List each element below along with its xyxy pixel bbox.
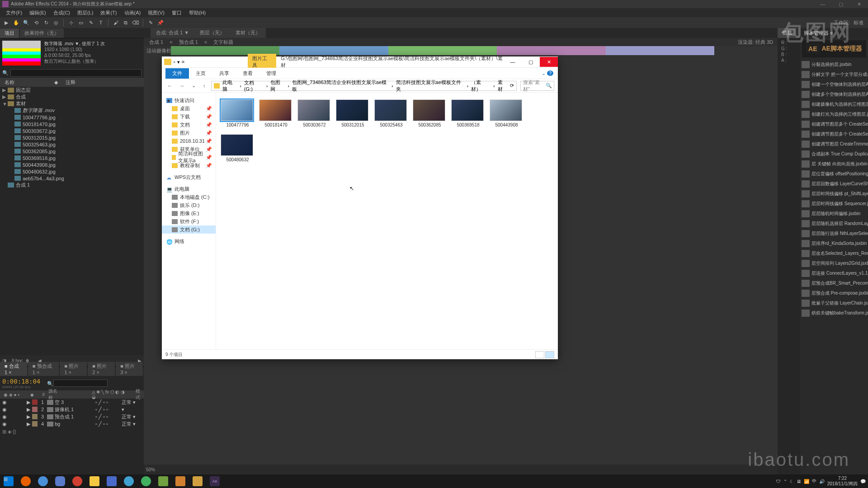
script-item[interactable]: 层层时间线偏移 Sequencer.jsxb bbox=[800, 199, 868, 209]
script-item[interactable]: 层层随机时间偏移.jsxbin bbox=[800, 209, 868, 219]
close-button[interactable]: ✕ bbox=[850, 0, 868, 8]
explorer-search[interactable]: 搜索"素材" 🔍 bbox=[520, 81, 554, 91]
menu-edit[interactable]: 编辑(E) bbox=[26, 9, 50, 16]
tb-app[interactable] bbox=[69, 474, 86, 488]
project-search-input[interactable] bbox=[10, 69, 142, 77]
crumb[interactable]: 素材 bbox=[498, 79, 507, 93]
taskbar-clock[interactable]: 7:22 2018/11/1/周四 bbox=[827, 476, 858, 487]
sidebar-drive[interactable]: 本地磁盘 (C:) bbox=[162, 193, 216, 201]
col-comment[interactable]: 注释 bbox=[63, 79, 144, 86]
tray-volume-icon[interactable]: 🔊 bbox=[819, 479, 825, 484]
script-item[interactable]: 层层回数偏移 LayerCurveShifter bbox=[800, 179, 868, 189]
script-item[interactable]: 层层随行选择 NthLayerSelector. bbox=[800, 229, 868, 239]
rotate-tool[interactable]: ↻ bbox=[42, 19, 50, 27]
tree-item[interactable]: 500480632.jpg bbox=[0, 168, 144, 175]
script-item[interactable]: 分解文字 把一个文字层分成单 bbox=[800, 70, 868, 80]
view-thumbs-btn[interactable] bbox=[545, 351, 554, 358]
ribbon-share[interactable]: 共享 bbox=[212, 68, 236, 79]
menu-effect[interactable]: 效果(T) bbox=[97, 9, 120, 16]
file-thumbnail[interactable]: 500312015 bbox=[336, 99, 370, 127]
viewer-tab-footage[interactable]: 素材（无） bbox=[230, 28, 266, 38]
tb-app[interactable] bbox=[189, 474, 206, 488]
ribbon-collapse[interactable]: ⌄ ? bbox=[542, 70, 558, 76]
tb-app[interactable] bbox=[172, 474, 189, 488]
sb-pc[interactable]: 💻此电脑 bbox=[162, 185, 216, 193]
sb-quick[interactable]: ★快速访问 bbox=[162, 96, 216, 104]
brush-tool[interactable]: 🖌 bbox=[112, 19, 120, 27]
sidebar-item[interactable]: 图片📌 bbox=[162, 129, 216, 137]
eraser-tool[interactable]: ⌫ bbox=[132, 19, 140, 27]
crumb-2[interactable]: 预合成 1 bbox=[177, 39, 200, 46]
col-name[interactable]: 名称 bbox=[0, 79, 54, 86]
tree-item[interactable]: 数字降落 .mov bbox=[0, 107, 144, 114]
menu-help[interactable]: 帮助(H) bbox=[185, 9, 209, 16]
tb-wps[interactable] bbox=[34, 474, 52, 488]
file-thumbnail[interactable]: 500443908 bbox=[490, 99, 524, 127]
puppet-tool[interactable]: 📌 bbox=[156, 19, 165, 27]
nav-up[interactable]: ↑ bbox=[201, 83, 208, 89]
crumb-3[interactable]: 文字标题 bbox=[212, 39, 235, 46]
refresh-icon[interactable]: ⟳ bbox=[510, 83, 516, 89]
renderer[interactable]: 经典 3D bbox=[755, 39, 773, 45]
file-thumbnail[interactable]: 100477796 bbox=[221, 99, 255, 127]
script-item[interactable]: 层预合成 Pre-compose.jsxbin bbox=[800, 288, 868, 298]
script-item[interactable]: 创建调节图层多个 CreateSever bbox=[800, 119, 868, 129]
ribbon-manage[interactable]: 管理 bbox=[259, 68, 283, 79]
tb-app[interactable] bbox=[120, 474, 137, 488]
explorer-content[interactable]: 1004777965001814705003036725003120155003… bbox=[216, 93, 558, 349]
clone-tool[interactable]: ⧉ bbox=[122, 19, 130, 27]
tb-app[interactable] bbox=[155, 474, 172, 488]
tree-item[interactable]: ▶合成 bbox=[0, 94, 144, 100]
col-tag[interactable]: ◆ bbox=[54, 80, 63, 85]
menu-animation[interactable]: 动画(A) bbox=[121, 9, 145, 16]
script-item[interactable]: 层连接 ConnectLayers_v1.1.jsxbi bbox=[800, 268, 868, 278]
tray-icon[interactable]: 📶 bbox=[804, 479, 809, 484]
script-item[interactable]: 层空间排列 Layers2Grid.jsxbin bbox=[800, 258, 868, 268]
tree-item[interactable]: 100477796.jpg bbox=[0, 114, 144, 121]
ribbon-home[interactable]: 主页 bbox=[189, 68, 212, 79]
file-thumbnail[interactable]: 500181470 bbox=[259, 99, 293, 127]
script-item[interactable]: 层改名Selected_Layers_Rename bbox=[800, 249, 868, 258]
tb-firefox[interactable] bbox=[17, 474, 34, 488]
file-thumbnail[interactable]: 500362085 bbox=[413, 99, 447, 127]
script-item[interactable]: 创建调节图层 CreateTrimmedAd bbox=[800, 139, 868, 149]
nav-back[interactable]: ← bbox=[165, 83, 174, 89]
tray-icon[interactable]: 中 bbox=[812, 478, 816, 484]
sidebar-item[interactable]: 文档📌 bbox=[162, 121, 216, 129]
anchor-tool[interactable]: ⊹ bbox=[67, 19, 75, 27]
tb-app[interactable] bbox=[52, 474, 69, 488]
crumb[interactable]: 简洁科技图文展示ae模板文件夹 bbox=[396, 79, 464, 93]
qat-btn[interactable]: ▾ bbox=[177, 59, 180, 65]
ribbon-file[interactable]: 文件 bbox=[165, 68, 189, 79]
script-item[interactable]: 层位置偏移 offsetPositioning.js bbox=[800, 169, 868, 179]
tray-icon[interactable]: 🖥 bbox=[797, 479, 801, 484]
sidebar-drive[interactable]: 图像 (E:) bbox=[162, 209, 216, 217]
tree-item[interactable]: 合成 1 bbox=[0, 182, 144, 188]
sidebar-drive[interactable]: 文档 (G:) bbox=[162, 225, 216, 234]
tree-item[interactable]: 500369518.jpg bbox=[0, 155, 144, 161]
view-details-btn[interactable] bbox=[535, 351, 544, 358]
notifications-icon[interactable]: 💬 bbox=[860, 479, 866, 484]
selection-tool[interactable]: ▶ bbox=[2, 19, 10, 27]
file-thumbnail[interactable]: 500325463 bbox=[374, 99, 408, 127]
tab-project[interactable]: 项目 bbox=[0, 28, 19, 38]
crumb[interactable]: （素材） bbox=[471, 79, 491, 93]
hand-tool[interactable]: ✋ bbox=[12, 19, 20, 27]
menu-file[interactable]: 文件(F) bbox=[2, 9, 26, 16]
tree-item[interactable]: 500303672.jpg bbox=[0, 127, 144, 134]
menu-view[interactable]: 视图(V) bbox=[144, 9, 168, 16]
timeline-search[interactable] bbox=[53, 380, 108, 387]
zoom-tool[interactable]: 🔍 bbox=[22, 19, 30, 27]
sidebar-item[interactable]: 简洁科技图文展示a📌 bbox=[162, 153, 216, 161]
viewer-tab-comp[interactable]: 合成: 合成 1 ▼ bbox=[151, 28, 194, 38]
sidebar-drive[interactable]: 软件 (F:) bbox=[162, 217, 216, 225]
timeline-tab[interactable]: ■ 照片 1 × bbox=[60, 362, 87, 376]
qat-btn[interactable]: ▫ bbox=[174, 59, 175, 65]
orbit-tool[interactable]: ⟲ bbox=[32, 19, 40, 27]
exp-maximize[interactable]: ▢ bbox=[522, 57, 540, 67]
timeline-tab[interactable]: ■ 合成 1 × bbox=[0, 362, 27, 376]
script-item[interactable]: 层预合成BR_Smart_Precompose bbox=[800, 278, 868, 288]
pen-tool[interactable]: ✎ bbox=[87, 19, 95, 27]
layer-row[interactable]: ◉▶4bg▫ ╱ ▫ ▫正常 ▾ bbox=[0, 420, 144, 427]
tb-app[interactable] bbox=[137, 474, 155, 488]
